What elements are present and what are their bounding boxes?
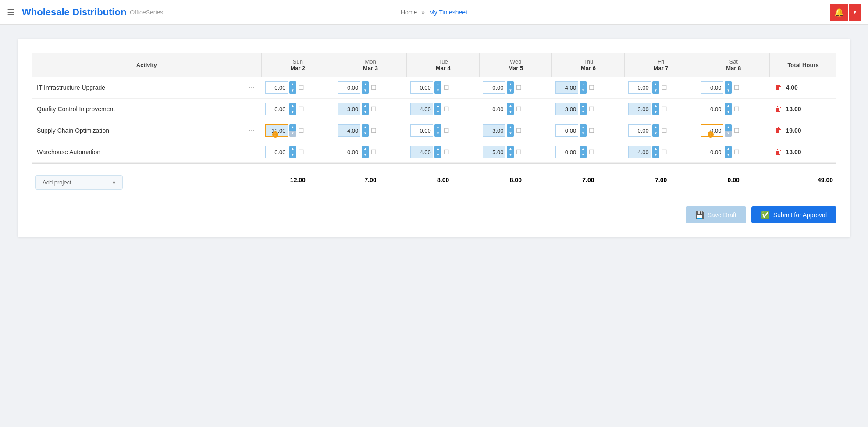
row-actions-2[interactable]: ··· <box>245 127 258 134</box>
spin-up-2-fri[interactable]: ▲ <box>652 124 659 131</box>
delete-row-button-0[interactable]: 🗑 <box>773 84 784 91</box>
note-button-2-thu[interactable]: ☐ <box>589 127 594 134</box>
spin-down-0-fri[interactable]: ▼ <box>652 88 659 94</box>
save-draft-button[interactable]: 💾 Save Draft <box>686 206 746 223</box>
spin-up-0-fri[interactable]: ▲ <box>652 81 659 88</box>
spin-down-2-sat[interactable]: ▼ <box>725 131 732 137</box>
spin-down-3-wed[interactable]: ▼ <box>507 152 514 158</box>
spin-down-2-tue[interactable]: ▼ <box>434 131 441 137</box>
hour-input-2-fri[interactable] <box>628 124 651 137</box>
spin-down-3-fri[interactable]: ▼ <box>652 152 659 158</box>
note-button-2-sat[interactable]: ☐ <box>734 127 740 134</box>
spin-up-0-sun[interactable]: ▲ <box>289 81 296 88</box>
hour-input-0-sat[interactable] <box>701 81 723 94</box>
note-button-2-wed[interactable]: ☐ <box>516 127 522 134</box>
note-button-0-thu[interactable]: ☐ <box>589 84 594 91</box>
hour-input-1-sun[interactable] <box>265 103 288 115</box>
notifications-button[interactable]: 🔔 <box>830 4 848 21</box>
spin-up-2-mon[interactable]: ▲ <box>362 124 369 131</box>
note-button-2-tue[interactable]: ☐ <box>444 127 449 134</box>
hour-input-3-thu[interactable] <box>555 146 578 158</box>
spin-down-2-sun[interactable]: ▼ <box>289 131 296 137</box>
hour-input-3-tue[interactable] <box>410 146 433 158</box>
spin-up-3-thu[interactable]: ▲ <box>580 146 587 152</box>
spin-up-0-wed[interactable]: ▲ <box>507 81 514 88</box>
hour-input-1-fri[interactable] <box>628 103 651 115</box>
hour-input-3-fri[interactable] <box>628 146 651 158</box>
spin-up-2-thu[interactable]: ▲ <box>580 124 587 131</box>
note-button-3-wed[interactable]: ☐ <box>516 148 522 155</box>
spin-up-2-tue[interactable]: ▲ <box>434 124 441 131</box>
spin-up-0-thu[interactable]: ▲ <box>580 81 587 88</box>
note-button-2-fri[interactable]: ☐ <box>662 127 667 134</box>
hour-input-2-thu[interactable] <box>555 124 578 137</box>
spin-down-3-tue[interactable]: ▼ <box>434 152 441 158</box>
spin-down-1-sun[interactable]: ▼ <box>289 109 296 115</box>
hamburger-menu-icon[interactable]: ☰ <box>7 7 15 18</box>
spin-down-3-thu[interactable]: ▼ <box>580 152 587 158</box>
spin-up-3-fri[interactable]: ▲ <box>652 146 659 152</box>
spin-up-1-sun[interactable]: ▲ <box>289 103 296 109</box>
hour-input-1-wed[interactable] <box>483 103 505 115</box>
note-button-1-sun[interactable]: ☐ <box>299 106 304 113</box>
spin-up-2-sat[interactable]: ▲ <box>725 124 732 131</box>
spin-up-3-sun[interactable]: ▲ <box>289 146 296 152</box>
user-dropdown-button[interactable]: ▾ <box>849 4 861 21</box>
spin-down-3-mon[interactable]: ▼ <box>362 152 369 158</box>
spin-down-1-sat[interactable]: ▼ <box>725 109 732 115</box>
spin-up-3-mon[interactable]: ▲ <box>362 146 369 152</box>
hour-input-3-mon[interactable] <box>338 146 360 158</box>
hour-input-0-sun[interactable] <box>265 81 288 94</box>
spin-down-2-fri[interactable]: ▼ <box>652 131 659 137</box>
note-button-0-tue[interactable]: ☐ <box>444 84 449 91</box>
spin-down-0-mon[interactable]: ▼ <box>362 88 369 94</box>
spin-up-3-wed[interactable]: ▲ <box>507 146 514 152</box>
hour-input-0-wed[interactable] <box>483 81 505 94</box>
spin-up-1-thu[interactable]: ▲ <box>580 103 587 109</box>
note-button-0-sat[interactable]: ☐ <box>734 84 740 91</box>
hour-input-2-wed[interactable] <box>483 124 505 137</box>
spin-up-1-fri[interactable]: ▲ <box>652 103 659 109</box>
row-actions-0[interactable]: ··· <box>245 84 258 92</box>
note-button-1-thu[interactable]: ☐ <box>589 106 594 113</box>
note-button-2-sun[interactable]: ☐ <box>299 127 304 134</box>
spin-up-1-tue[interactable]: ▲ <box>434 103 441 109</box>
hour-input-3-wed[interactable] <box>483 146 505 158</box>
note-button-3-mon[interactable]: ☐ <box>371 148 377 155</box>
spin-up-2-wed[interactable]: ▲ <box>507 124 514 131</box>
spin-down-0-thu[interactable]: ▼ <box>580 88 587 94</box>
hour-input-3-sun[interactable] <box>265 146 288 158</box>
hour-input-0-mon[interactable] <box>338 81 360 94</box>
hour-input-0-thu[interactable] <box>555 81 578 94</box>
row-actions-1[interactable]: ··· <box>245 105 258 113</box>
add-project-button[interactable]: Add project ▾ <box>35 175 123 190</box>
spin-down-3-sat[interactable]: ▼ <box>725 152 732 158</box>
hour-input-1-sat[interactable] <box>701 103 723 115</box>
note-button-1-tue[interactable]: ☐ <box>444 106 449 113</box>
spin-down-2-thu[interactable]: ▼ <box>580 131 587 137</box>
spin-down-3-sun[interactable]: ▼ <box>289 152 296 158</box>
spin-up-1-sat[interactable]: ▲ <box>725 103 732 109</box>
note-button-3-thu[interactable]: ☐ <box>589 148 594 155</box>
spin-down-1-tue[interactable]: ▼ <box>434 109 441 115</box>
submit-approval-button[interactable]: ✅ Submit for Approval <box>751 206 836 223</box>
spin-down-2-wed[interactable]: ▼ <box>507 131 514 137</box>
hour-input-0-fri[interactable] <box>628 81 651 94</box>
spin-up-1-wed[interactable]: ▲ <box>507 103 514 109</box>
hour-input-1-mon[interactable] <box>338 103 360 115</box>
note-button-3-sun[interactable]: ☐ <box>299 148 304 155</box>
spin-down-1-thu[interactable]: ▼ <box>580 109 587 115</box>
spin-down-0-sat[interactable]: ▼ <box>725 88 732 94</box>
spin-down-0-wed[interactable]: ▼ <box>507 88 514 94</box>
hour-input-2-mon[interactable] <box>338 124 360 137</box>
spin-up-0-tue[interactable]: ▲ <box>434 81 441 88</box>
note-button-3-tue[interactable]: ☐ <box>444 148 449 155</box>
hour-input-1-tue[interactable] <box>410 103 433 115</box>
spin-up-0-sat[interactable]: ▲ <box>725 81 732 88</box>
delete-row-button-1[interactable]: 🗑 <box>773 105 784 113</box>
row-actions-3[interactable]: ··· <box>245 148 258 156</box>
note-button-0-sun[interactable]: ☐ <box>299 84 304 91</box>
note-button-0-fri[interactable]: ☐ <box>662 84 667 91</box>
hour-input-0-tue[interactable] <box>410 81 433 94</box>
note-button-0-wed[interactable]: ☐ <box>516 84 522 91</box>
